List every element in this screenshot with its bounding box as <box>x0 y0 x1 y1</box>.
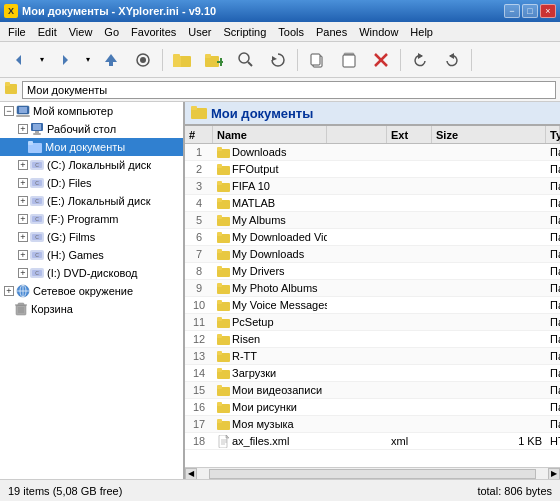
minimize-button[interactable]: − <box>504 4 520 18</box>
tree-item-local-i[interactable]: +C(I:) DVD-дисковод <box>0 264 183 282</box>
expand-icon[interactable]: − <box>4 106 14 116</box>
back-button[interactable] <box>4 46 34 74</box>
undo-button[interactable] <box>405 46 435 74</box>
menu-item-favorites[interactable]: Favorites <box>125 23 182 41</box>
tree-item-local-d[interactable]: +C(D:) Files <box>0 174 183 192</box>
horizontal-scrollbar[interactable]: ◀ ▶ <box>185 467 560 479</box>
column-header-[interactable] <box>327 126 387 143</box>
menu-item-help[interactable]: Help <box>404 23 439 41</box>
close-button[interactable]: × <box>540 4 556 18</box>
svg-rect-83 <box>217 266 222 270</box>
table-row[interactable]: 13 R-TTПапка с файлами <box>185 348 560 365</box>
menu-item-panes[interactable]: Panes <box>310 23 353 41</box>
new-folder-button[interactable] <box>199 46 229 74</box>
menu-item-file[interactable]: File <box>2 23 32 41</box>
menu-item-user[interactable]: User <box>182 23 217 41</box>
expand-icon[interactable]: + <box>18 160 28 170</box>
menu-item-go[interactable]: Go <box>98 23 125 41</box>
expand-icon[interactable]: + <box>18 268 28 278</box>
row-ext <box>387 280 432 296</box>
address-input[interactable] <box>22 81 556 99</box>
table-row[interactable]: 16 Мои рисункиПапка с файлами <box>185 399 560 416</box>
menu-item-view[interactable]: View <box>63 23 99 41</box>
back-dropdown[interactable]: ▾ <box>36 46 48 74</box>
expand-icon[interactable]: + <box>4 286 14 296</box>
tree-item-local-e[interactable]: +C(E:) Локальный диск <box>0 192 183 210</box>
table-row[interactable]: 2 FFOutputПапка с файлами <box>185 161 560 178</box>
table-row[interactable]: 9 My Photo AlbumsПапка с файлами <box>185 280 560 297</box>
table-row[interactable]: 17 Моя музыкаПапка с файлами <box>185 416 560 433</box>
file-table[interactable]: #NameExtSizeType1 DownloadsПапка с файла… <box>185 126 560 467</box>
column-header-ext[interactable]: Ext <box>387 126 432 143</box>
menu-item-tools[interactable]: Tools <box>272 23 310 41</box>
expand-icon[interactable]: + <box>18 124 28 134</box>
table-row[interactable]: 5 My AlbumsПапка с файлами <box>185 212 560 229</box>
row-size <box>432 365 546 381</box>
row-empty <box>327 365 387 381</box>
svg-rect-28 <box>16 115 30 117</box>
column-header-#[interactable]: # <box>185 126 213 143</box>
svg-rect-17 <box>311 54 320 65</box>
row-ext <box>387 331 432 347</box>
redo-button[interactable] <box>437 46 467 74</box>
title-bar: X Мои документы - XYplorer.ini - v9.10 −… <box>0 0 560 22</box>
folder-button[interactable] <box>167 46 197 74</box>
expand-icon[interactable]: + <box>18 232 28 242</box>
svg-rect-62 <box>18 303 24 305</box>
copy-button[interactable] <box>302 46 332 74</box>
tree-label: (G:) Films <box>47 231 95 243</box>
tree-item-my-computer[interactable]: −Мой компьютер <box>0 102 183 120</box>
expand-icon[interactable]: + <box>18 214 28 224</box>
table-row[interactable]: 10 My Voice MessagesПапка с файлами <box>185 297 560 314</box>
expand-icon[interactable]: + <box>18 178 28 188</box>
column-header-name[interactable]: Name <box>213 126 327 143</box>
tree-item-local-g[interactable]: +C(G:) Films <box>0 228 183 246</box>
table-row[interactable]: 6 My Downloaded VideoПапка с файлами <box>185 229 560 246</box>
refresh-button[interactable] <box>263 46 293 74</box>
hscroll-track[interactable] <box>209 469 536 479</box>
table-row[interactable]: 14 ЗагрузкиПапка с файлами <box>185 365 560 382</box>
search-button[interactable] <box>231 46 261 74</box>
menu-item-scripting[interactable]: Scripting <box>218 23 273 41</box>
table-row[interactable]: 7 My DownloadsПапка с файлами <box>185 246 560 263</box>
tree-item-my-docs[interactable]: Мои документы <box>0 138 183 156</box>
table-row[interactable]: 12 RisenПапка с файлами <box>185 331 560 348</box>
row-size <box>432 348 546 364</box>
column-header-size[interactable]: Size <box>432 126 546 143</box>
tree-item-local-c[interactable]: +C(С:) Локальный диск <box>0 156 183 174</box>
menu-item-window[interactable]: Window <box>353 23 404 41</box>
tree-item-local-f[interactable]: +C(F:) Programm <box>0 210 183 228</box>
table-row[interactable]: 11 PcSetupПапка с файлами <box>185 314 560 331</box>
tree-item-trash[interactable]: Корзина <box>0 300 183 318</box>
hscroll-right[interactable]: ▶ <box>548 468 560 480</box>
row-size <box>432 331 546 347</box>
table-row[interactable]: 1 DownloadsПапка с файлами <box>185 144 560 161</box>
tree-label: Корзина <box>31 303 73 315</box>
up-button[interactable] <box>96 46 126 74</box>
table-row[interactable]: 15 Мои видеозаписиПапка с файлами <box>185 382 560 399</box>
row-name: Мои рисунки <box>213 399 327 415</box>
expand-icon[interactable]: + <box>18 196 28 206</box>
column-header-type[interactable]: Type <box>546 126 560 143</box>
paste-button[interactable] <box>334 46 364 74</box>
menu-item-edit[interactable]: Edit <box>32 23 63 41</box>
forward-dropdown[interactable]: ▾ <box>82 46 94 74</box>
row-name: Загрузки <box>213 365 327 381</box>
file-icon <box>217 265 230 278</box>
tree-folder-icon <box>14 302 28 316</box>
row-empty <box>327 212 387 228</box>
tree-item-network[interactable]: +Сетевое окружение <box>0 282 183 300</box>
table-row[interactable]: 18 ax_files.xmlxml1 KBHTML Document <box>185 433 560 450</box>
expand-icon[interactable]: + <box>18 250 28 260</box>
table-row[interactable]: 8 My DriversПапка с файлами <box>185 263 560 280</box>
delete-button[interactable] <box>366 46 396 74</box>
tree-item-desktop[interactable]: +Рабочий стол <box>0 120 183 138</box>
maximize-button[interactable]: □ <box>522 4 538 18</box>
table-row[interactable]: 4 MATLABПапка с файлами <box>185 195 560 212</box>
home-button[interactable] <box>128 46 158 74</box>
row-name: My Downloads <box>213 246 327 262</box>
tree-item-local-h[interactable]: +C(H:) Games <box>0 246 183 264</box>
forward-button[interactable] <box>50 46 80 74</box>
table-row[interactable]: 3 FIFA 10Папка с файлами <box>185 178 560 195</box>
hscroll-left[interactable]: ◀ <box>185 468 197 480</box>
